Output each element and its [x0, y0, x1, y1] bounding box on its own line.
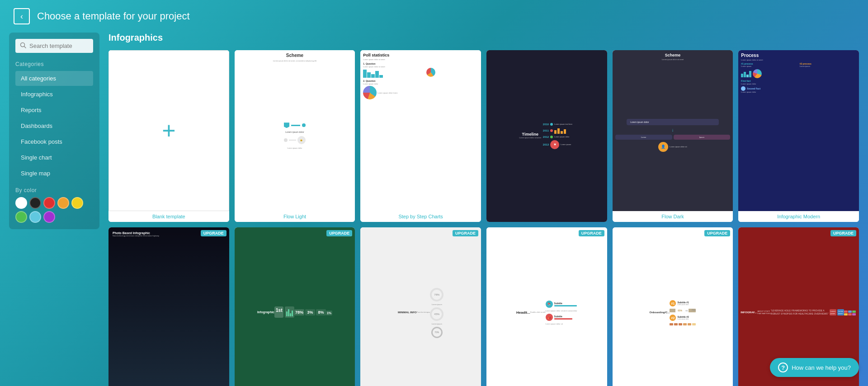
color-label: By color — [15, 187, 93, 193]
template-aqua-blocks[interactable]: Upgrade Infographic 1st 78% — [235, 227, 355, 386]
template-infographic-modern-preview: Process Lorem ipsum dolor sit amet #1 pr… — [738, 50, 859, 211]
svg-line-1 — [24, 47, 26, 48]
search-box[interactable] — [15, 39, 93, 53]
help-icon: ? — [778, 362, 788, 372]
section-title: Infographics — [108, 33, 859, 43]
upgrade-badge-rainbow: Upgrade — [830, 230, 856, 236]
template-timeline-dark[interactable]: Timeline Lorem ipsum dolor sit amet 2010… — [486, 50, 607, 222]
template-blank-label: Blank template — [108, 211, 229, 222]
upgrade-badge-school: Upgrade — [579, 230, 604, 236]
template-full-photo-preview: Upgrade Photo Based Infographic Nanotech… — [108, 227, 229, 386]
template-flow-dark-preview: Scheme Lorem ipsum dolor sit amet Lorem … — [613, 50, 733, 211]
template-flow-dark[interactable]: Scheme Lorem ipsum dolor sit amet Lorem … — [613, 50, 733, 222]
template-full-photo[interactable]: Upgrade Photo Based Infographic Nanotech… — [108, 227, 229, 386]
template-flow-light-preview: Scheme Lorem ipsum dolor sit amet, conse… — [235, 50, 355, 211]
sidebar-item-all-categories[interactable]: All categories — [15, 71, 93, 86]
template-blank[interactable]: + Blank template — [108, 50, 229, 222]
search-icon — [20, 42, 26, 50]
template-school-days-preview: Upgrade Headli... Double-click to edit 📚… — [486, 227, 607, 386]
sidebar: Categories All categories Infographics R… — [9, 33, 99, 229]
sidebar-item-dashboards[interactable]: Dashboards — [15, 118, 93, 133]
templates-grid-row2: Upgrade Photo Based Infographic Nanotech… — [108, 227, 859, 386]
color-swatch-purple[interactable] — [43, 211, 55, 223]
color-swatches — [15, 197, 93, 223]
search-input[interactable] — [29, 42, 89, 49]
template-school-days[interactable]: Upgrade Headli... Double-click to edit 📚… — [486, 227, 607, 386]
template-infographic-modern[interactable]: Process Lorem ipsum dolor sit amet #1 pr… — [738, 50, 859, 222]
template-aqua-blocks-preview: Upgrade Infographic 1st 78% — [235, 227, 355, 386]
categories-label: Categories — [15, 61, 93, 67]
template-poll-statistics[interactable]: Poll statistics Lorem ipsum dolor sit am… — [360, 50, 481, 222]
upgrade-badge-minimal: Upgrade — [453, 230, 478, 236]
color-swatch-white[interactable] — [15, 197, 27, 209]
templates-grid-row1: + Blank template Scheme Lorem ipsum dolo… — [108, 50, 859, 222]
template-flow-light[interactable]: Scheme Lorem ipsum dolor sit amet, conse… — [235, 50, 355, 222]
template-poll-preview: Poll statistics Lorem ipsum dolor sit am… — [360, 50, 481, 211]
help-label: How can we help you? — [792, 364, 851, 371]
template-onboarding[interactable]: Upgrade Onboarding/C... #1 Subtitle #1 L… — [613, 227, 733, 386]
template-blank-preview: + — [108, 50, 229, 211]
sidebar-item-reports[interactable]: Reports — [15, 103, 93, 118]
sidebar-item-single-chart[interactable]: Single chart — [15, 150, 93, 165]
content-area: Infographics + Blank template Scheme Lor… — [108, 33, 859, 386]
template-poll-label: Step by Step Charts — [360, 211, 481, 222]
template-flow-dark-label: Flow Dark — [613, 211, 733, 222]
upgrade-badge-onboarding: Upgrade — [704, 230, 730, 236]
upgrade-badge-full-photo: Upgrade — [201, 230, 226, 236]
sidebar-item-infographics[interactable]: Infographics — [15, 87, 93, 102]
header: ‹ Choose a template for your project — [0, 0, 868, 33]
back-button[interactable]: ‹ — [14, 8, 30, 24]
color-swatch-red[interactable] — [43, 197, 55, 209]
color-swatch-orange[interactable] — [57, 197, 69, 209]
color-swatch-black[interactable] — [29, 197, 41, 209]
template-infographic-modern-label: Infographic Modern — [738, 211, 859, 222]
main-layout: Categories All categories Infographics R… — [0, 33, 868, 386]
page-title: Choose a template for your project — [37, 10, 190, 22]
chevron-left-icon: ‹ — [20, 12, 23, 21]
color-swatch-green[interactable] — [15, 211, 27, 223]
help-button[interactable]: ? How can we help you? — [770, 358, 859, 377]
template-onboarding-preview: Upgrade Onboarding/C... #1 Subtitle #1 L… — [613, 227, 733, 386]
plus-icon: + — [162, 119, 175, 142]
template-timeline-preview: Timeline Lorem ipsum dolor sit amet 2010… — [486, 50, 607, 222]
template-minimal-grey-preview: Upgrade MINIMAL INFO Para los tiempos 78… — [360, 227, 481, 386]
upgrade-badge-aqua: Upgrade — [326, 230, 352, 236]
color-swatch-light-blue[interactable] — [29, 211, 41, 223]
template-minimal-grey[interactable]: Upgrade MINIMAL INFO Para los tiempos 78… — [360, 227, 481, 386]
sidebar-item-single-map[interactable]: Single map — [15, 166, 93, 181]
template-flow-light-label: Flow Light — [235, 211, 355, 222]
sidebar-item-facebook-posts[interactable]: Facebook posts — [15, 134, 93, 149]
color-swatch-yellow[interactable] — [71, 197, 83, 209]
